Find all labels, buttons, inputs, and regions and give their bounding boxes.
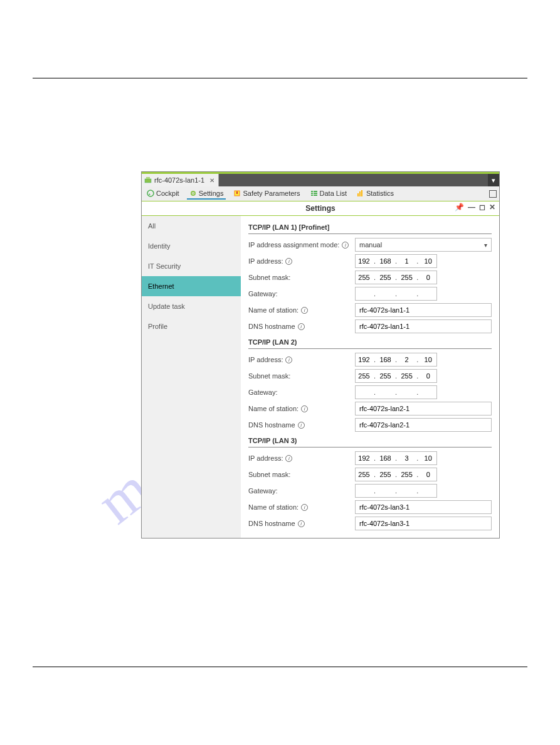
ip-octet[interactable] [356,353,372,366]
expand-icon[interactable] [489,190,497,198]
gateway-input-lan1: . . . [355,287,437,301]
svg-rect-11 [311,195,313,196]
safety-icon [233,190,241,197]
info-icon[interactable] [301,405,308,412]
label-subnet: Subnet mask: [248,274,290,281]
info-icon[interactable] [298,520,305,527]
info-icon[interactable] [298,422,305,429]
ip-octet[interactable] [356,370,372,382]
ip-octet[interactable] [377,287,394,300]
ip-octet[interactable] [420,287,436,300]
dns-input-lan2[interactable] [355,418,492,432]
dns-input-lan3[interactable] [355,517,492,530]
maximize-icon[interactable]: ◻ [479,203,485,212]
ip-octet[interactable] [420,255,436,267]
toolbar-settings[interactable]: Settings [187,188,226,200]
toolbar-cockpit[interactable]: Cockpit [144,188,182,200]
ip-octet[interactable] [420,353,436,366]
ip-octet[interactable] [377,271,394,284]
ip-octet[interactable] [398,452,415,464]
station-input-lan1[interactable] [355,303,492,317]
gateway-input-lan3: . . . [355,484,437,498]
info-icon[interactable] [298,323,305,330]
tabbar-dropdown[interactable]: ▾ [488,174,499,186]
ip-octet[interactable] [356,468,372,481]
label-dns: DNS hostname [248,421,295,429]
ip-octet[interactable] [356,287,372,300]
ip-octet[interactable] [377,353,394,366]
device-icon [144,176,152,184]
toolbar-statistics[interactable]: Statistics [354,188,396,200]
mode-value: manual [359,241,382,249]
ip-octet[interactable] [420,468,436,481]
svg-rect-6 [236,191,238,194]
label-station: Name of station: [248,306,298,314]
svg-point-2 [147,190,154,196]
tab-device[interactable]: rfc-4072s-lan1-1 ✕ [142,174,219,186]
ip-octet[interactable] [398,468,415,481]
ip-octet[interactable] [398,287,415,300]
ip-octet[interactable] [398,271,415,284]
label-subnet: Subnet mask: [248,471,290,478]
ip-octet[interactable] [420,485,436,497]
ip-octet[interactable] [377,386,394,399]
svg-rect-13 [357,193,359,196]
ip-octet[interactable] [356,452,372,464]
mode-select[interactable]: manual ▾ [355,238,492,252]
ip-octet[interactable] [398,353,415,366]
toolbar-safety[interactable]: Safety Parameters [231,188,302,200]
toolbar: Cockpit Settings Safety Parameters Data … [142,186,499,201]
pin-icon[interactable]: 📌 [455,203,464,212]
subnet-input-lan3: . . . [355,468,437,481]
ip-octet[interactable] [420,386,436,399]
chevron-down-icon: ▾ [484,242,487,249]
ip-octet[interactable] [398,370,415,382]
ip-octet[interactable] [356,386,372,399]
info-icon[interactable] [285,258,292,265]
panel-title: Settings [305,204,335,213]
dns-input-lan1[interactable] [355,319,492,333]
label-dns: DNS hostname [248,323,295,330]
ip-input-lan2: . . . [355,353,437,367]
ip-octet[interactable] [377,370,394,382]
close-panel-icon[interactable]: ✕ [489,203,495,212]
ip-octet[interactable] [377,255,394,267]
sidebar-item-profile[interactable]: Profile [142,316,241,336]
cockpit-icon [147,190,154,197]
info-icon[interactable] [285,356,292,363]
sidebar-item-ethernet[interactable]: Ethernet [142,276,241,296]
ip-octet[interactable] [420,370,436,382]
toolbar-label: Statistics [366,190,394,197]
info-icon[interactable] [342,242,349,249]
ip-octet[interactable] [377,485,394,497]
tabbar: rfc-4072s-lan1-1 ✕ ▾ [142,174,499,186]
ip-octet[interactable] [356,485,372,497]
info-icon[interactable] [301,504,308,511]
ip-octet[interactable] [398,386,415,399]
station-input-lan2[interactable] [355,402,492,415]
station-input-lan3[interactable] [355,500,492,514]
ip-octet[interactable] [420,271,436,284]
svg-rect-8 [314,191,317,192]
sidebar-item-update-task[interactable]: Update task [142,296,241,316]
sidebar-item-all[interactable]: All [142,216,241,236]
svg-rect-15 [361,190,362,196]
sidebar-item-identity[interactable]: Identity [142,236,241,256]
info-icon[interactable] [301,307,308,314]
ip-octet[interactable] [356,255,372,267]
minimize-icon[interactable]: — [468,203,475,212]
info-icon[interactable] [285,455,292,462]
toolbar-datalist[interactable]: Data List [308,188,349,200]
ip-octet[interactable] [377,452,394,464]
toolbar-label: Settings [199,190,224,197]
ip-octet[interactable] [377,468,394,481]
sidebar-item-it-security[interactable]: IT Security [142,256,241,276]
label-ip: IP address: [248,257,283,265]
ip-octet[interactable] [420,452,436,464]
subnet-input-lan2: . . . [355,369,437,383]
close-icon[interactable]: ✕ [209,177,214,184]
label-ip: IP address: [248,454,283,462]
ip-octet[interactable] [398,255,415,267]
ip-octet[interactable] [356,271,372,284]
ip-octet[interactable] [398,485,415,497]
